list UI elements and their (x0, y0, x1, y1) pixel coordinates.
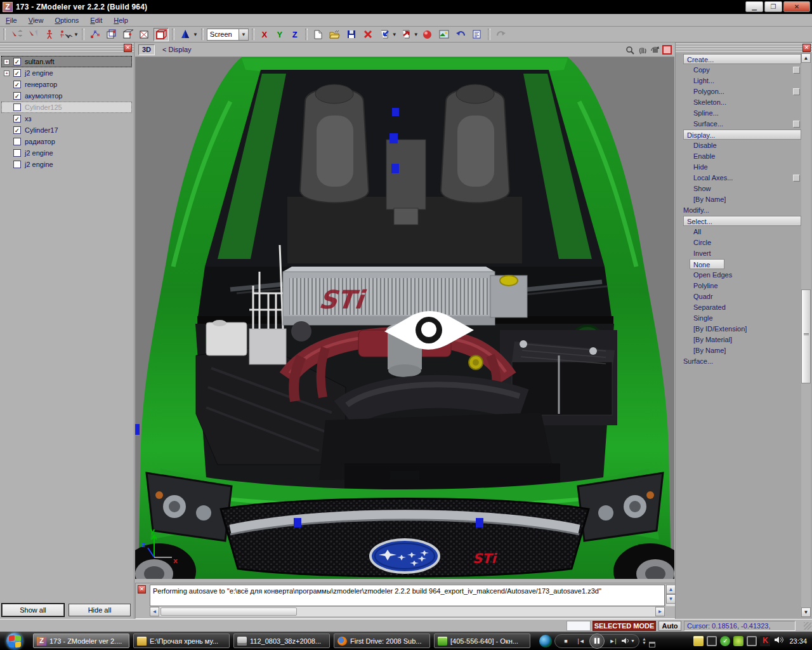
command-create[interactable]: Create... (679, 54, 801, 65)
export-icon[interactable] (398, 28, 414, 41)
close-button[interactable]: ✕ (783, 1, 810, 12)
orbit-tool-icon[interactable] (650, 44, 660, 55)
visibility-checkbox[interactable]: ✓ (13, 58, 21, 65)
tree-item-8[interactable]: j2 engine (1, 147, 132, 159)
taskbar-task-1[interactable]: E:\Прочая хрень му... (133, 633, 230, 648)
import-dropdown-arrow[interactable]: ▼ (392, 32, 397, 37)
tree-item-5[interactable]: ✓хз (1, 113, 132, 124)
export-dropdown-arrow[interactable]: ▼ (414, 32, 419, 37)
visibility-checkbox[interactable] (13, 138, 21, 145)
wmp-expand-icon[interactable]: ▲▼ (642, 637, 646, 645)
security-shield-tray-icon[interactable]: ✓ (720, 636, 730, 646)
command-modify[interactable]: Modify... (679, 205, 801, 216)
wmp-restore-icon[interactable] (649, 642, 655, 647)
hide-all-button[interactable]: Hide all (69, 604, 131, 616)
command-open-edges[interactable]: Open Edges (679, 270, 801, 281)
toolbar-gripper[interactable] (3, 29, 6, 40)
zoom-tool-icon[interactable] (624, 44, 635, 55)
command-by-name[interactable]: [By Name] (679, 345, 801, 356)
viewport-maximize-button[interactable] (662, 45, 672, 55)
visibility-checkbox[interactable]: ✓ (13, 69, 21, 77)
undo-icon[interactable] (453, 28, 468, 41)
resize-grip[interactable] (804, 622, 811, 630)
scroll-up-icon[interactable]: ▲ (666, 585, 676, 594)
delete-icon[interactable] (360, 28, 376, 41)
taskbar-task-3[interactable]: First Drive: 2008 Sub... (334, 633, 430, 648)
select-skeleton-icon[interactable] (42, 28, 57, 41)
menu-view[interactable]: View (23, 15, 49, 25)
agent-tray-icon[interactable] (733, 636, 743, 646)
scroll-left-icon[interactable]: ◄ (150, 607, 159, 616)
view-3d-tab[interactable]: 3D (138, 44, 155, 55)
visibility-checkbox[interactable]: ✓ (13, 115, 21, 123)
panel-drag-strip[interactable] (0, 43, 134, 53)
notes-tray-icon[interactable] (693, 636, 704, 646)
expand-icon[interactable]: + (4, 59, 10, 65)
command-none[interactable]: None (679, 259, 801, 270)
commands-scrollbar[interactable]: ▲ ▼ (801, 53, 811, 617)
command-hide[interactable]: Hide (679, 162, 801, 173)
tree-item-7[interactable]: радиатор (1, 136, 132, 147)
vertices-mode-icon[interactable] (88, 28, 103, 41)
taskbar-task-4[interactable]: [405-556-640] - Окн... (434, 633, 530, 648)
command-surface[interactable]: Surface... (679, 356, 801, 367)
command-disable[interactable]: Disable (679, 140, 801, 151)
toolbar-gripper[interactable] (488, 29, 490, 40)
command-options-box[interactable] (793, 67, 800, 74)
tree-item-4[interactable]: Cylinder125 (1, 102, 132, 113)
new-file-icon[interactable] (311, 28, 326, 41)
taskbar-task-0[interactable]: Z173 - ZModeler ver 2.... (33, 633, 129, 648)
kaspersky-tray-icon[interactable]: K (760, 636, 770, 646)
axis-y-button[interactable]: Y (273, 28, 287, 41)
select-extended-icon[interactable] (58, 28, 74, 41)
menu-file[interactable]: File (0, 15, 23, 25)
menu-options[interactable]: Options (49, 15, 84, 25)
command-options-box[interactable] (793, 121, 800, 128)
display-tray-icon[interactable] (747, 636, 757, 646)
viewport-breadcrumb[interactable]: < Display (162, 46, 192, 53)
start-button[interactable] (4, 632, 25, 649)
pan-tool-icon[interactable] (637, 44, 648, 55)
wmp-logo-icon[interactable] (539, 635, 552, 647)
command-polyline[interactable]: Polyline (679, 281, 801, 291)
command-single[interactable]: Single (679, 313, 801, 324)
taskbar-task-2[interactable]: 112_0803_38z+2008... (233, 633, 330, 648)
import-icon[interactable] (377, 28, 392, 41)
visibility-checkbox[interactable]: ✓ (13, 81, 21, 88)
command-options-box[interactable] (793, 175, 800, 182)
command-polygon[interactable]: Polygon... (679, 86, 801, 97)
log-horizontal-scrollbar[interactable]: ◄ ► (150, 607, 665, 616)
command-circle[interactable]: Circle (679, 237, 801, 248)
command-select[interactable]: Select... (679, 216, 801, 227)
toolbar-gripper[interactable] (82, 29, 84, 40)
tree-item-3[interactable]: ✓акумолятор (1, 90, 132, 102)
scrollbar-thumb[interactable] (160, 607, 297, 616)
viewport-3d[interactable]: STi (135, 57, 674, 579)
screen-space-select[interactable]: Screen ▼ (207, 29, 249, 41)
visibility-checkbox[interactable] (13, 103, 21, 111)
texture-browser-icon[interactable] (436, 28, 452, 41)
cone-tool-icon[interactable] (178, 28, 193, 41)
scroll-down-icon[interactable]: ▼ (801, 607, 811, 617)
command-all[interactable]: All (679, 227, 801, 237)
toolbar-gripper[interactable] (252, 29, 254, 40)
command-skeleton[interactable]: Skeleton... (679, 97, 801, 108)
tree-item-1[interactable]: +✓j2 engine (1, 67, 132, 79)
command-by-name[interactable]: [By Name] (679, 194, 801, 205)
toolbar-gripper[interactable] (305, 29, 308, 40)
visibility-checkbox[interactable] (13, 161, 21, 168)
panel-drag-strip[interactable] (676, 43, 812, 53)
visibility-checkbox[interactable]: ✓ (13, 126, 21, 134)
polygons-mode-icon[interactable] (137, 28, 152, 41)
axis-x-button[interactable]: X (258, 28, 272, 41)
visibility-checkbox[interactable]: ✓ (13, 92, 21, 100)
command-light[interactable]: Light... (679, 76, 801, 86)
edges-mode-icon[interactable] (104, 28, 119, 41)
command-quadr[interactable]: Quadr (679, 291, 801, 302)
visibility-checkbox[interactable] (13, 149, 21, 157)
select-move-horizontal-icon[interactable] (25, 28, 41, 41)
minimize-button[interactable]: ▁ (745, 1, 763, 12)
tree-item-2[interactable]: ✓генератор (1, 79, 132, 90)
stop-icon[interactable]: ■ (559, 636, 573, 646)
command-surface[interactable]: Surface... (679, 119, 801, 129)
